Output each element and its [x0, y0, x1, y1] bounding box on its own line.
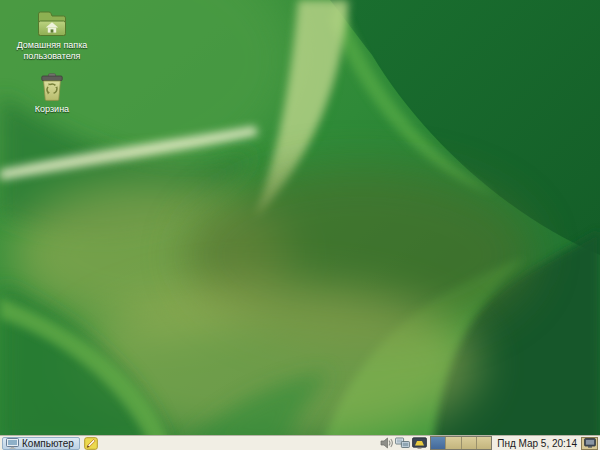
- workspace-cell-1[interactable]: [431, 437, 446, 449]
- home-folder-icon: [37, 10, 67, 37]
- computer-menu-label: Компьютер: [22, 438, 74, 449]
- computer-monitor-icon: [6, 438, 19, 449]
- desktop-icon-label: Корзина: [6, 104, 98, 115]
- desktop-wallpaper: [0, 0, 600, 450]
- network-tray-button[interactable]: [395, 437, 410, 449]
- volume-tray-button[interactable]: [380, 437, 393, 449]
- taskbar-clock[interactable]: Пнд Мар 5, 20:14: [497, 438, 577, 449]
- notes-pencil-icon: [84, 437, 98, 450]
- display-settings-icon: [412, 437, 427, 449]
- taskbar: Компьютер: [0, 435, 600, 450]
- desktop-icon-label: Домашняя папка пользователя: [6, 40, 98, 62]
- show-desktop-button[interactable]: [581, 437, 598, 450]
- display-tray-button[interactable]: [412, 437, 427, 449]
- workspace-cell-2[interactable]: [446, 437, 461, 449]
- desktop-icon-trash[interactable]: Корзина: [4, 73, 100, 115]
- volume-speaker-icon: [380, 437, 393, 449]
- workspace-switcher[interactable]: [430, 436, 492, 450]
- notes-launcher-button[interactable]: [84, 437, 98, 450]
- system-tray: [380, 437, 427, 449]
- network-computers-icon: [395, 437, 410, 449]
- computer-menu-button[interactable]: Компьютер: [2, 437, 80, 450]
- desktop-monitor-icon: [584, 438, 596, 448]
- workspace-cell-4[interactable]: [477, 437, 491, 449]
- desktop-screen: Домашняя папка пользователя Корзина: [0, 0, 600, 450]
- workspace-cell-3[interactable]: [462, 437, 477, 449]
- desktop-icon-home-folder[interactable]: Домашняя папка пользователя: [4, 10, 100, 62]
- trash-bin-icon: [39, 73, 65, 101]
